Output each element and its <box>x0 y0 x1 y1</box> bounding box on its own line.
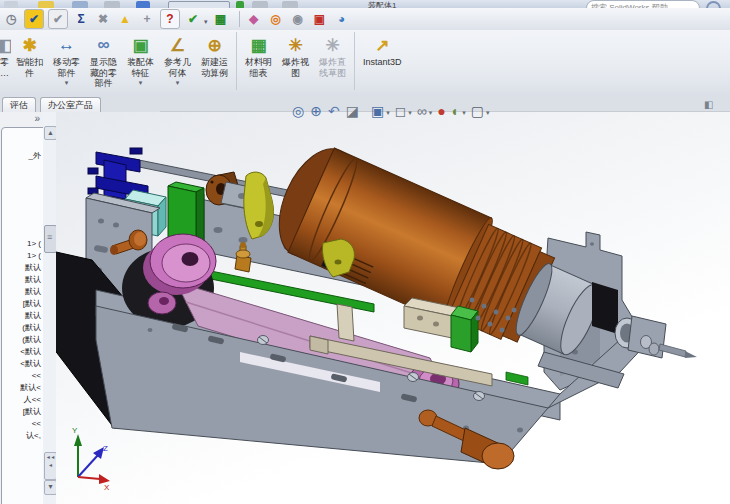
tool-shaft[interactable] <box>659 344 697 358</box>
ribbon-button-label: 零 <box>0 57 9 68</box>
tree-item[interactable]: 人<< <box>0 394 42 405</box>
previous-view-icon[interactable]: ↶ <box>328 100 340 122</box>
edit-appearance-icon[interactable]: ● <box>437 100 445 122</box>
dropdown-arrow-icon[interactable]: ▾ <box>65 79 69 86</box>
tree-item[interactable]: (默认 <box>0 322 42 333</box>
bill-of-materials-icon: ▦ <box>247 33 271 57</box>
triad-x-label: X <box>104 483 110 492</box>
trim-icon[interactable]: ✖ <box>94 10 112 28</box>
tree-item[interactable]: 默认 <box>0 262 42 273</box>
tree-root-item[interactable]: _外 <box>0 150 42 161</box>
explode-line-sketch-icon: ✳ <box>321 33 345 57</box>
design-check-icon[interactable]: ✔ <box>184 10 202 28</box>
section-view-icon[interactable]: ◪ <box>346 100 359 122</box>
show-hidden-components-button[interactable]: ∞显示隐藏的零部件 <box>85 30 122 89</box>
tree-item[interactable]: << <box>0 418 42 429</box>
reference-geometry-button[interactable]: ∠参考几何体▾ <box>159 30 196 86</box>
appearance-rings-icon[interactable]: ◎ <box>267 10 285 28</box>
pane-toggle-icon[interactable]: ◧ <box>704 99 713 110</box>
heads-up-view-toolbar: ◎⊕↶◪▣▾◻▾∞▾●◐▾▢▾ <box>289 99 492 123</box>
tool-holder-block[interactable] <box>628 316 666 358</box>
tree-item[interactable]: 默认 <box>0 310 42 321</box>
check-document-icon[interactable]: ? <box>160 9 180 29</box>
smart-fasteners-button[interactable]: ✱智能扣件 <box>11 30 48 78</box>
instant3d-button[interactable]: ↗Instant3D <box>358 30 407 68</box>
explode-line-sketch-button[interactable]: ✳爆炸直线草图 <box>314 30 351 78</box>
move-component-button[interactable]: ↔移动零部件▾ <box>48 30 85 86</box>
tree-item[interactable]: 默认 <box>0 286 42 297</box>
ribbon-button-label: 线草图 <box>319 68 346 79</box>
tree-item[interactable]: 1> ( <box>0 250 42 261</box>
insert-component-button[interactable]: ◧零… <box>0 30 11 78</box>
dropdown-arrow-icon[interactable]: ▾ <box>386 109 390 117</box>
view-orientation-icon[interactable]: ▣ <box>371 100 384 122</box>
interference-detection-icon[interactable]: ▲ <box>116 10 134 28</box>
ribbon-button-label: 显示隐 <box>90 57 117 68</box>
dropdown-arrow-icon[interactable]: ▾ <box>176 79 180 86</box>
select-check-icon[interactable]: ◉ <box>289 10 307 28</box>
tree-item[interactable]: 认<, <box>0 430 42 441</box>
apply-scene-icon[interactable]: ◐ <box>452 100 460 122</box>
bill-of-materials-button[interactable]: ▦材料明细表 <box>240 30 277 78</box>
assembly-features-button[interactable]: ▣装配体特征▾ <box>122 30 159 86</box>
ribbon-button-label: 特征 <box>132 68 150 79</box>
right-black-block[interactable] <box>592 282 618 334</box>
ribbon-button-label: … <box>0 68 9 79</box>
compare-squares-icon[interactable]: ▣ <box>311 10 329 28</box>
ribbon-button-label: 动算例 <box>201 68 228 79</box>
dropdown-arrow-icon[interactable]: ▾ <box>486 109 490 117</box>
motion-manager-icon[interactable]: ◆ <box>245 10 263 28</box>
tree-item[interactable]: 默认 <box>0 274 42 285</box>
equations-icon[interactable]: Σ <box>72 10 90 28</box>
dropdown-arrow-icon[interactable]: ▾ <box>408 109 412 117</box>
instant3d-icon: ↗ <box>370 33 394 57</box>
main-area: » _外 1> (1> (默认默认默认[默认默认(默认(默认<默认<默认<<默认… <box>0 112 730 504</box>
show-hidden-components-icon: ∞ <box>92 33 116 57</box>
ribbon-button-label: 材料明 <box>245 57 272 68</box>
ribbon-button-label: 参考几 <box>164 57 191 68</box>
display-style-icon[interactable]: ◻ <box>395 100 407 122</box>
feature-manager-panel: » _外 1> (1> (默认默认默认[默认默认(默认(默认<默认<默认<<默认… <box>0 112 44 504</box>
reference-geometry-icon: ∠ <box>166 33 190 57</box>
tab-evaluate[interactable]: 评估 <box>2 97 36 112</box>
triad-z-label: Z <box>103 444 108 453</box>
tree-item[interactable]: 1> ( <box>0 238 42 249</box>
move-component-icon: ↔ <box>55 33 79 57</box>
ribbon-button-label: 细表 <box>250 68 268 79</box>
tree-item[interactable]: << <box>0 370 42 381</box>
panel-collapse-chevron[interactable]: » <box>34 113 40 124</box>
ribbon-button-label: 新建运 <box>201 57 228 68</box>
zoom-to-area-icon[interactable]: ⊕ <box>310 100 322 122</box>
tree-item[interactable]: <默认 <box>0 358 42 369</box>
stop-block-green[interactable] <box>451 306 478 352</box>
dropdown-arrow-icon[interactable]: ▾ <box>429 109 433 117</box>
tab-office-products[interactable]: 办公室产品 <box>40 97 101 112</box>
align-icon[interactable]: + <box>138 10 156 28</box>
dropdown-arrow-icon[interactable]: ▾ <box>204 18 208 26</box>
tree-item[interactable]: <默认 <box>0 346 42 357</box>
new-motion-study-button[interactable]: ⊕新建运动算例 <box>196 30 233 78</box>
dropdown-arrow-icon[interactable]: ▾ <box>139 79 143 86</box>
ribbon-separator <box>236 32 237 90</box>
ribbon-button-label: 爆炸视 <box>282 57 309 68</box>
dropdown-arrow-icon[interactable]: ▾ <box>462 109 466 117</box>
tree-item[interactable]: (默认 <box>0 334 42 345</box>
clamp-bracket-yellow-left[interactable] <box>244 172 274 239</box>
tree-item[interactable]: [默认 <box>0 406 42 417</box>
hide-show-items-icon[interactable]: ∞ <box>417 100 427 122</box>
ribbon-button-label: 智能扣 <box>16 57 43 68</box>
zoom-to-fit-icon[interactable]: ◎ <box>292 100 304 122</box>
graphics-viewport[interactable]: Y Z X <box>56 112 730 504</box>
checkbox-icon[interactable]: ✔ <box>48 9 68 29</box>
excel-table-icon[interactable]: ▦ <box>212 10 230 28</box>
exploded-view-button[interactable]: ✳爆炸视图 <box>277 30 314 78</box>
model-canvas[interactable]: Y Z X <box>56 112 730 504</box>
view-settings-icon[interactable]: ▢ <box>471 100 484 122</box>
tools-toolbar: ◷✔✔Σ✖▲+?✔▾▦◆◎◉▣◕ <box>0 8 730 31</box>
verification-box-icon[interactable]: ✔ <box>24 9 44 29</box>
tree-item[interactable]: [默认 <box>0 298 42 309</box>
render-sphere-icon[interactable]: ◕ <box>333 10 351 28</box>
tree-item[interactable]: 默认< <box>0 382 42 393</box>
insert-component-icon: ◧ <box>0 33 11 57</box>
stopwatch-icon[interactable]: ◷ <box>2 10 20 28</box>
